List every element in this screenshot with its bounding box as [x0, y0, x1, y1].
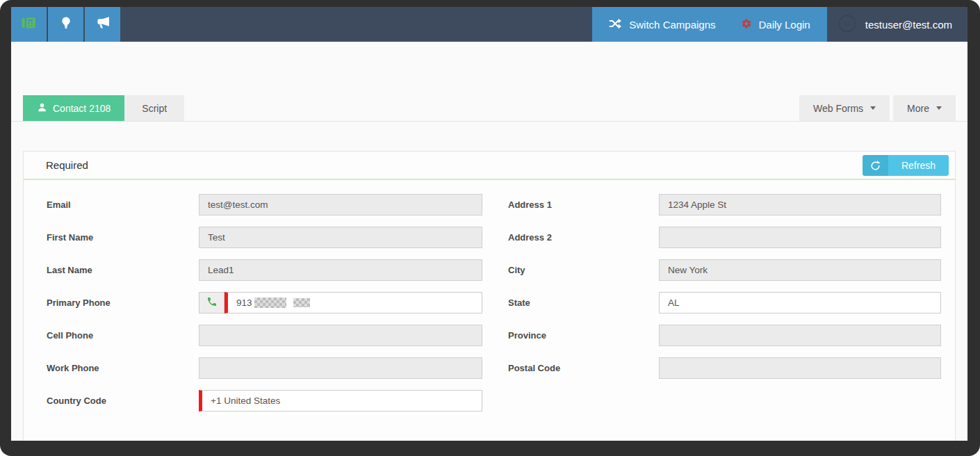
redacted-digits: [293, 298, 310, 307]
city-label: City: [508, 265, 659, 275]
phone-handset-icon: [206, 296, 218, 310]
contact-form: Email test@test.com First Name Test Last…: [24, 180, 955, 441]
address2-field: [659, 227, 941, 248]
city-field: New York: [659, 259, 941, 281]
province-label: Province: [508, 330, 659, 341]
chevron-down-icon: [870, 106, 876, 110]
user-menu[interactable]: testuser@test.com: [827, 7, 967, 42]
country-code-field[interactable]: +1 United States: [199, 390, 482, 412]
form-row: State AL: [508, 292, 941, 314]
person-icon: [37, 102, 47, 115]
postal-code-field: [659, 357, 941, 379]
address1-label: Address 1: [508, 200, 659, 210]
tab-web-forms-dropdown[interactable]: Web Forms: [799, 95, 890, 121]
navbar-highlight-section: Switch Campaigns Daily Login: [592, 7, 826, 42]
cell-phone-label: Cell Phone: [47, 330, 199, 341]
tab-more-label: More: [907, 103, 929, 114]
refresh-button-label: Refresh: [888, 155, 949, 176]
first-name-label: First Name: [47, 232, 199, 243]
call-phone-button[interactable]: [199, 292, 224, 314]
megaphone-icon: [94, 15, 112, 34]
first-name-field: Test: [199, 227, 482, 248]
form-row: First Name Test: [47, 227, 482, 248]
province-field: [659, 325, 941, 346]
daily-login-label: Daily Login: [759, 19, 810, 31]
switch-campaigns-button[interactable]: Switch Campaigns: [596, 7, 728, 42]
primary-phone-group: 913: [199, 292, 482, 314]
form-row: Address 2: [508, 227, 941, 248]
daily-login-button[interactable]: Daily Login: [728, 7, 823, 42]
broadcast-nav-button[interactable]: [85, 7, 122, 42]
tab-web-forms-label: Web Forms: [813, 103, 863, 114]
form-column-right: Address 1 1234 Apple St Address 2 City N…: [508, 194, 941, 423]
refresh-button[interactable]: Refresh: [863, 155, 949, 176]
user-email: testuser@test.com: [865, 19, 952, 31]
recycle-refresh-icon: [863, 155, 888, 176]
app-viewport: Switch Campaigns Daily Login: [11, 7, 967, 441]
phone-visible-digits: 913: [236, 298, 252, 308]
primary-phone-label: Primary Phone: [47, 298, 199, 308]
panel-title: Required: [46, 159, 88, 171]
shuffle-icon: [609, 18, 622, 31]
last-name-field: Lead1: [199, 259, 482, 281]
form-row: Province: [508, 325, 941, 346]
tab-script[interactable]: Script: [124, 95, 184, 121]
postal-code-label: Postal Code: [508, 363, 659, 373]
form-row: Postal Code: [508, 357, 941, 379]
address1-field: 1234 Apple St: [659, 194, 941, 215]
cell-phone-field: [199, 325, 482, 346]
form-row: Last Name Lead1: [47, 259, 482, 281]
lightbulb-icon: [58, 15, 74, 34]
ideas-nav-button[interactable]: [48, 7, 85, 42]
redacted-digits: [254, 298, 286, 308]
tab-script-label: Script: [142, 103, 167, 114]
email-field: test@test.com: [199, 194, 482, 215]
chevron-down-icon: [936, 106, 942, 110]
form-row: Work Phone: [47, 357, 482, 379]
work-phone-label: Work Phone: [47, 363, 199, 373]
switch-campaigns-label: Switch Campaigns: [629, 19, 715, 31]
tab-contact-label: Contact 2108: [53, 103, 111, 114]
form-row: City New York: [508, 259, 941, 281]
last-name-label: Last Name: [47, 265, 199, 275]
tab-more-dropdown[interactable]: More: [893, 95, 956, 121]
form-row: Primary Phone 913: [47, 292, 482, 314]
required-panel-header: Required Refresh: [24, 152, 955, 180]
required-panel: Required Refresh Email te: [23, 151, 956, 441]
work-phone-field: [199, 357, 482, 379]
fax-phone-icon: [20, 15, 38, 34]
window-frame: Switch Campaigns Daily Login: [0, 0, 980, 456]
state-label: State: [508, 298, 659, 308]
country-code-label: Country Code: [47, 396, 199, 406]
tab-bar: Contact 2108 Script Web Forms More: [11, 95, 967, 122]
top-navbar: Switch Campaigns Daily Login: [11, 7, 967, 42]
form-row: Email test@test.com: [47, 194, 482, 215]
form-column-left: Email test@test.com First Name Test Last…: [47, 194, 482, 423]
address2-label: Address 2: [508, 232, 659, 243]
avatar-icon: [838, 15, 856, 35]
form-row: Address 1 1234 Apple St: [508, 194, 941, 215]
dialer-nav-button[interactable]: [11, 7, 48, 42]
primary-phone-field[interactable]: 913: [224, 292, 482, 314]
form-row: Cell Phone: [47, 325, 482, 346]
email-label: Email: [47, 200, 199, 210]
tab-contact[interactable]: Contact 2108: [23, 95, 124, 121]
navbar-right: Switch Campaigns Daily Login: [592, 7, 967, 42]
gear-icon: [741, 18, 752, 31]
navbar-icon-group: [11, 7, 122, 42]
state-field[interactable]: AL: [659, 292, 941, 314]
form-row: Country Code +1 United States: [47, 390, 482, 412]
